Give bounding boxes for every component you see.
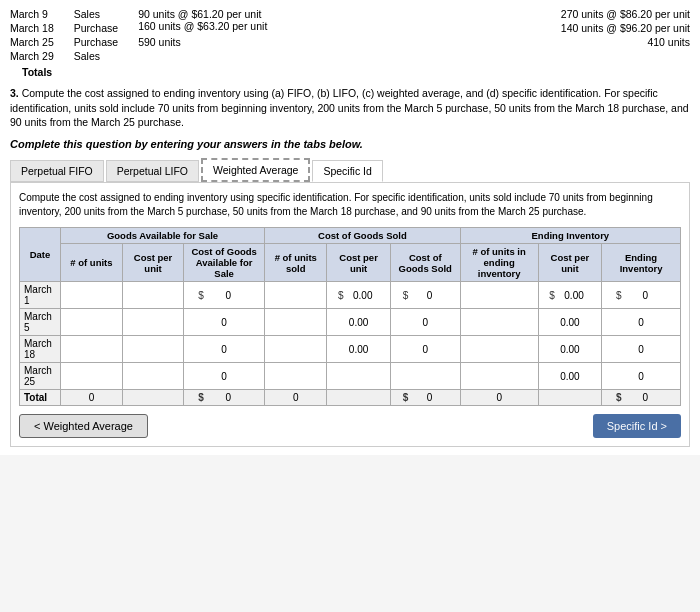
m18-cogs[interactable] [390,336,460,363]
m25-cost-unit-sold[interactable] [327,363,390,390]
tab-content: Compute the cost assigned to ending inve… [10,183,690,447]
m18-end-cost-unit[interactable] [538,336,601,363]
row-march-18: March 18 [20,336,681,363]
total-label: Total [20,390,61,406]
m1-end-units[interactable] [460,282,538,309]
instruction: Complete this question by entering your … [10,138,690,150]
m5-end-inv[interactable] [602,309,681,336]
total-cost-avail[interactable]: $ [184,390,265,406]
col-units-ending: # of units in ending inventory [460,244,538,282]
row-march-5: March 5 [20,309,681,336]
top-right-prices: 270 units @ $86.20 per unit 140 units @ … [561,8,690,78]
m1-end-cost-unit[interactable]: $ [538,282,601,309]
tabs-container: Perpetual FIFO Perpetual LIFO Weighted A… [10,158,690,183]
m1-cogs[interactable]: $ [390,282,460,309]
dates-col: March 9 March 18 March 25 March 29 Total… [10,8,54,78]
type-1: Sales [74,8,118,20]
total-units[interactable] [60,390,122,406]
problem-text: 3. Compute the cost assigned to ending i… [10,86,690,130]
date-4: March 29 [10,50,54,62]
m5-end-cost-unit[interactable] [538,309,601,336]
problem-body: Compute the cost assigned to ending inve… [10,87,689,128]
total-units-sold[interactable] [265,390,327,406]
total-cost-unit-sold [327,390,390,406]
next-button[interactable]: Specific Id > [593,414,681,438]
m18-end-inv[interactable] [602,336,681,363]
col-cost-avail: Cost of Goods Available for Sale [184,244,265,282]
total-end-inv[interactable]: $ [602,390,681,406]
m5-units-sold[interactable] [265,309,327,336]
date-2: March 18 [10,22,54,34]
col-units-sold: # of units sold [265,244,327,282]
right-line-1: 270 units @ $86.20 per unit [561,8,690,20]
m18-units-sold[interactable] [265,336,327,363]
section-cogs: Cost of Goods Sold [265,228,461,244]
date-march-5: March 5 [20,309,61,336]
m25-end-cost-unit[interactable] [538,363,601,390]
problem-number: 3. [10,87,19,99]
m18-cost-avail[interactable] [184,336,265,363]
tab-specific-id[interactable]: Specific Id [312,160,382,182]
m1-cost-avail[interactable]: $ [184,282,265,309]
center-line-2: 160 units @ $63.20 per unit [138,20,267,32]
center-line-1: 90 units @ $61.20 per unit [138,8,267,20]
col-header-date: Date [20,228,61,282]
m25-cogs[interactable] [390,363,460,390]
m5-cogs[interactable] [390,309,460,336]
top-center-units: 90 units @ $61.20 per unit 160 units @ $… [138,8,267,78]
m5-cost-unit-sold[interactable] [327,309,390,336]
date-3: March 25 [10,36,54,48]
m18-cost-unit-sold[interactable] [327,336,390,363]
top-left-dates: March 9 March 18 March 25 March 29 Total… [10,8,118,78]
m1-units-sold[interactable] [265,282,327,309]
col-cost-per-unit-2: Cost per unit [327,244,390,282]
col-cost-goods-sold: Cost of Goods Sold [390,244,460,282]
total-end-cost-unit [538,390,601,406]
row-march-25: March 25 [20,363,681,390]
main-table: Date Goods Available for Sale Cost of Go… [19,227,681,406]
m25-cost-avail[interactable] [184,363,265,390]
col-num-units: # of units [60,244,122,282]
m5-cost-avail[interactable] [184,309,265,336]
prev-button[interactable]: < Weighted Average [19,414,148,438]
total-end-units[interactable] [460,390,538,406]
m1-cost-unit[interactable] [123,282,184,309]
row-march-1: March 1 $ $ $ $ $ [20,282,681,309]
tab-perpetual-lifo[interactable]: Perpetual LIFO [106,160,199,182]
tab-perpetual-fifo[interactable]: Perpetual FIFO [10,160,104,182]
type-2: Purchase [74,22,118,34]
m25-end-units[interactable] [460,363,538,390]
m5-end-units[interactable] [460,309,538,336]
m5-cost-unit[interactable] [123,309,184,336]
total-row: Total $ $ $ [20,390,681,406]
totals-label: Totals [10,66,54,78]
col-cost-per-unit-1: Cost per unit [123,244,184,282]
date-march-18: March 18 [20,336,61,363]
m25-end-inv[interactable] [602,363,681,390]
m18-end-units[interactable] [460,336,538,363]
m1-end-inv[interactable]: $ [602,282,681,309]
m25-units[interactable] [60,363,122,390]
m18-units[interactable] [60,336,122,363]
type-4: Sales [74,50,118,62]
total-units: 590 units [138,36,267,48]
m1-units[interactable] [60,282,122,309]
right-line-3: 410 units [561,36,690,48]
m5-units[interactable] [60,309,122,336]
tab-weighted-average[interactable]: Weighted Average [201,158,310,182]
nav-buttons: < Weighted Average Specific Id > [19,414,681,438]
total-cogs[interactable]: $ [390,390,460,406]
m25-cost-unit[interactable] [123,363,184,390]
total-cost-unit [123,390,184,406]
col-cost-per-unit-3: Cost per unit [538,244,601,282]
date-1: March 9 [10,8,54,20]
types-col: Sales Purchase Purchase Sales [74,8,118,78]
type-3: Purchase [74,36,118,48]
section-ending-inventory: Ending Inventory [460,228,680,244]
m1-cost-unit-sold[interactable]: $ [327,282,390,309]
section-goods-available: Goods Available for Sale [60,228,264,244]
right-line-2: 140 units @ $96.20 per unit [561,22,690,34]
m25-units-sold[interactable] [265,363,327,390]
tab-description: Compute the cost assigned to ending inve… [19,191,681,219]
m18-cost-unit[interactable] [123,336,184,363]
